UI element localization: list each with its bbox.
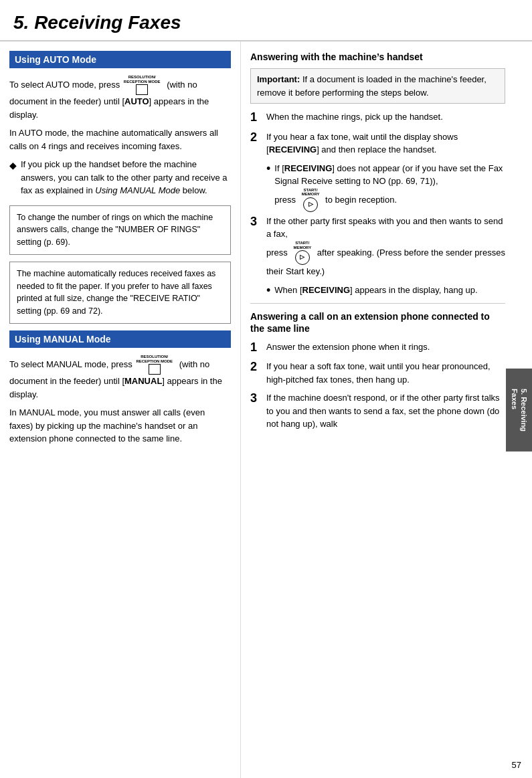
- auto-mode-description: In AUTO mode, the machine automatically …: [9, 126, 231, 153]
- receiving-bullet-1: • If [RECEIVING] does not appear (or if …: [266, 162, 505, 212]
- start-memory-button-1: START/MEMORY: [300, 188, 322, 212]
- auto-mode-section: Using AUTO Mode To select AUTO mode, pre…: [9, 51, 231, 197]
- handset-heading: Answering with the machine’s handset: [250, 51, 505, 63]
- page-number: 57: [512, 760, 521, 770]
- diamond-bullet: ◆: [9, 159, 17, 173]
- manual-mode-header: Using MANUAL Mode: [9, 330, 231, 348]
- manual-mode-section: Using MANUAL Mode To select MANUAL mode,…: [9, 330, 231, 446]
- important-note: Important: If a document is loaded in th…: [250, 68, 505, 104]
- right-column: Answering with the machine’s handset Imp…: [241, 41, 532, 778]
- left-column: Using AUTO Mode To select AUTO mode, pre…: [0, 41, 241, 778]
- extension-heading: Answering a call on an extension phone c…: [250, 310, 505, 334]
- dot-bullet-1: •: [266, 163, 270, 175]
- handset-step-3: 3 If the other party first speaks with y…: [250, 215, 505, 278]
- extension-step-1: 1 Answer the extension phone when it rin…: [250, 341, 505, 355]
- auto-mode-intro-text: To select AUTO mode, press RESOLUTION/RE…: [9, 75, 231, 121]
- start-memory-button-2: START/MEMORY: [291, 241, 313, 265]
- handset-step-1: 1 When the machine rings, pick up the ha…: [250, 110, 505, 125]
- divider: [250, 303, 505, 304]
- info-box-ratio: The machine automatically reduces receiv…: [9, 262, 231, 324]
- resolution-button-auto: RESOLUTION/RECEPTION MODE: [124, 75, 163, 95]
- extension-step-3: 3 If the machine doesn't respond, or if …: [250, 391, 505, 431]
- receiving-bullet-2: • When [RECEIVING] appears in the displa…: [266, 284, 505, 297]
- manual-mode-intro-text: To select MANUAL mode, press RESOLUTION/…: [9, 355, 231, 401]
- main-content: Using AUTO Mode To select AUTO mode, pre…: [0, 41, 532, 778]
- extension-step-2: 2 If you hear a soft fax tone, wait unti…: [250, 360, 505, 386]
- auto-bullet-item: ◆ If you pick up the handset before the …: [9, 158, 231, 197]
- manual-mode-description: In MANUAL mode, you must answer all call…: [9, 406, 231, 446]
- side-tab: 5. Receiving Faxes: [506, 368, 532, 451]
- page-header: 5. Receiving Faxes: [0, 0, 532, 41]
- page-title: 5. Receiving Faxes: [13, 12, 181, 33]
- handset-step-2: 2 If you hear a fax tone, wait until the…: [250, 130, 505, 157]
- auto-mode-header: Using AUTO Mode: [9, 51, 231, 68]
- resolution-button-manual: RESOLUTION/RECEPTION MODE: [136, 355, 175, 375]
- info-box-rings: To change the number of rings on which t…: [9, 205, 231, 255]
- dot-bullet-2: •: [266, 284, 270, 296]
